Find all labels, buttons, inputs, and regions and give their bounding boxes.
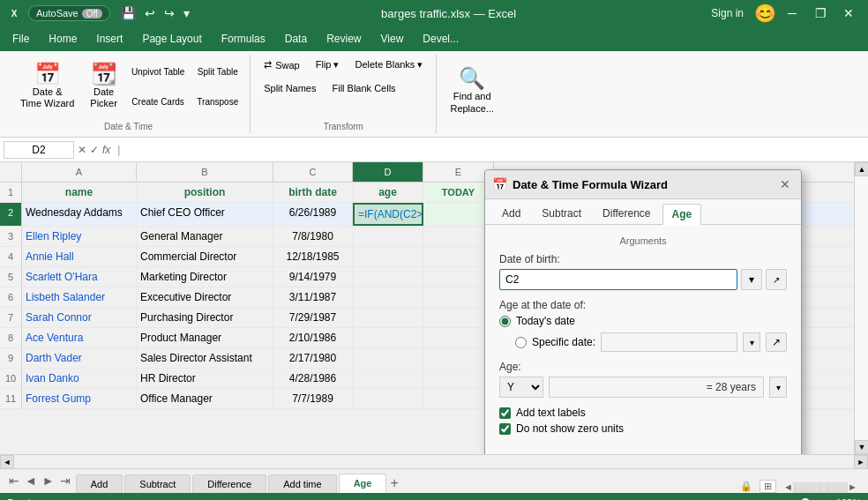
date-picker-button[interactable]: 📆 DatePicker — [84, 56, 123, 116]
specific-date-picker[interactable]: ↗ — [766, 332, 787, 352]
radio-today-input[interactable] — [499, 316, 511, 327]
dob-input[interactable] — [499, 269, 737, 290]
age-unit-dropdown[interactable]: ▾ — [769, 377, 787, 398]
unpivot-table-button[interactable]: Unpivot Table — [127, 57, 189, 86]
dob-dropdown-button[interactable]: ▾ — [741, 269, 762, 290]
specific-date-dropdown[interactable]: ▾ — [743, 332, 760, 352]
checkbox-text-labels-item[interactable]: Add text labels — [499, 407, 787, 419]
dialog-overlay: 📅 Date & Time Formula Wizard ✕ Add Subtr… — [0, 162, 868, 454]
redo-button[interactable]: ↪ — [161, 4, 178, 22]
transpose-button[interactable]: Transpose — [192, 87, 243, 116]
cancel-formula-icon[interactable]: ✕ — [78, 144, 86, 156]
age-unit-select[interactable]: Y M D — [499, 377, 543, 398]
menu-file[interactable]: File — [4, 29, 38, 49]
age-result-text: = 28 years — [707, 381, 756, 393]
date-time-wizard-button[interactable]: 📅 Date &Time Wizard — [14, 56, 80, 116]
dialog-tab-add[interactable]: Add — [492, 203, 530, 224]
sheet-tab-subtract[interactable]: Subtract — [124, 474, 191, 493]
autosave-state[interactable]: Off — [82, 9, 102, 19]
radio-specific-label: Specific date: — [532, 336, 595, 348]
confirm-formula-icon[interactable]: ✓ — [90, 144, 99, 156]
menu-home[interactable]: Home — [40, 29, 86, 49]
specific-date-input[interactable] — [601, 332, 737, 352]
tab-nav-first[interactable]: ⇤ — [7, 472, 21, 489]
tab-nav-last[interactable]: ⇥ — [58, 472, 72, 489]
radio-specific-item[interactable]: Specific date: — [515, 336, 595, 348]
tab-nav-prev[interactable]: ◄ — [23, 472, 39, 489]
tab-nav-next[interactable]: ► — [41, 472, 56, 489]
quick-access-dropdown[interactable]: ▾ — [180, 4, 193, 22]
undo-button[interactable]: ↩ — [141, 4, 159, 22]
checkbox-text-labels[interactable] — [499, 407, 511, 419]
checkbox-zero-units-item[interactable]: Do not show zero units — [499, 422, 787, 435]
insert-function-icon[interactable]: fx — [102, 144, 110, 156]
create-cards-button[interactable]: Create Cards — [127, 87, 189, 116]
transform-row1: ⇄ Swap Flip ▾ Delete Blanks ▾ — [258, 56, 429, 73]
sheet-tab-add-time[interactable]: Add time — [268, 474, 336, 493]
dialog-close-button[interactable]: ✕ — [776, 175, 794, 193]
swap-button[interactable]: ⇄ Swap — [258, 56, 306, 73]
transpose-label: Transpose — [197, 97, 238, 107]
name-box[interactable] — [4, 141, 74, 159]
age-result: = 28 years — [549, 377, 764, 398]
add-sheet-button[interactable]: + — [388, 474, 400, 493]
sheet-tab-add[interactable]: Add — [76, 474, 123, 493]
create-cards-label: Create Cards — [131, 97, 183, 107]
sheet-tab-age[interactable]: Age — [339, 474, 387, 493]
zoom-in-button[interactable]: + — [826, 496, 833, 500]
split-names-button[interactable]: Split Names — [258, 80, 322, 96]
menu-page-layout[interactable]: Page Layout — [133, 29, 210, 49]
minimize-button[interactable]: ─ — [780, 3, 804, 24]
sheet-tab-difference[interactable]: Difference — [192, 474, 266, 493]
scroll-lock-icon: 🔒 — [740, 481, 752, 492]
scroll-right-button[interactable]: ► — [854, 455, 868, 469]
checkbox-zero-units[interactable] — [499, 423, 511, 435]
flip-button[interactable]: Flip ▾ — [310, 56, 346, 73]
transform-row2: Split Names Fill Blank Cells — [258, 80, 401, 96]
ribbon: 📅 Date &Time Wizard 📆 DatePicker Unpivot… — [0, 51, 868, 138]
close-window-button[interactable]: ✕ — [836, 3, 861, 24]
age-date-label: Age at the date of: — [499, 299, 787, 311]
dob-picker-button[interactable]: ↗ — [766, 269, 787, 290]
dialog-title-text: Date & Time Formula Wizard — [513, 178, 771, 191]
menu-data[interactable]: Data — [276, 29, 316, 49]
status-right: ▦ ▣ ─ + 100% — [707, 496, 861, 500]
find-replace-button[interactable]: 🔍 Find andReplace... — [444, 62, 500, 122]
dialog-title-bar: 📅 Date & Time Formula Wizard ✕ — [485, 170, 801, 199]
menu-developer[interactable]: Devel... — [414, 29, 468, 49]
menu-view[interactable]: View — [372, 29, 413, 49]
arguments-label: Arguments — [499, 235, 787, 246]
dialog-tab-age[interactable]: Age — [662, 204, 702, 225]
save-button[interactable]: 💾 — [117, 4, 139, 22]
split-table-button[interactable]: Split Table — [192, 57, 243, 86]
zoom-controls: ─ + 100% — [739, 496, 861, 500]
fill-blank-cells-button[interactable]: Fill Blank Cells — [326, 80, 401, 96]
age-unit-row: Y M D = 28 years ▾ — [499, 377, 787, 398]
menu-review[interactable]: Review — [318, 29, 370, 49]
formula-separator: | — [114, 144, 123, 156]
formula-input[interactable]: =IF(AND(C2>TODAY()),DATEDIF(IF(C2<TODAY(… — [127, 144, 864, 156]
menu-insert[interactable]: Insert — [87, 29, 131, 49]
menu-formulas[interactable]: Formulas — [213, 29, 274, 49]
radio-specific-input[interactable] — [515, 337, 527, 348]
find-replace-icon: 🔍 — [459, 68, 485, 89]
user-avatar[interactable]: 😊 — [754, 3, 776, 24]
datetime-buttons: 📅 Date &Time Wizard 📆 DatePicker Unpivot… — [14, 56, 243, 116]
dialog-tab-difference[interactable]: Difference — [593, 203, 660, 224]
scroll-left-button[interactable]: ◄ — [0, 455, 14, 469]
tab-navigation: ⇤ ◄ ► ⇥ — [4, 468, 76, 493]
find-replace-label: Find andReplace... — [450, 91, 494, 114]
transform-group-label: Transform — [324, 118, 363, 131]
horizontal-scrollbar[interactable]: ◄ ► — [0, 454, 868, 468]
radio-today-label: Today's date — [516, 315, 575, 327]
h-scroll-mini: ◄░░░░░░░░► — [783, 481, 857, 492]
zoom-out-button[interactable]: ─ — [739, 496, 748, 500]
delete-blanks-button[interactable]: Delete Blanks ▾ — [349, 56, 430, 73]
dob-label: Date of birth: — [499, 253, 787, 265]
radio-today-item[interactable]: Today's date — [499, 315, 787, 327]
autosave-badge: AutoSave Off — [28, 5, 110, 21]
dialog-tab-subtract[interactable]: Subtract — [532, 203, 591, 224]
restore-button[interactable]: ❐ — [808, 3, 833, 24]
sign-in-button[interactable]: Sign in — [704, 5, 751, 21]
scroll-lock-btn[interactable]: ⊞ — [760, 480, 776, 493]
